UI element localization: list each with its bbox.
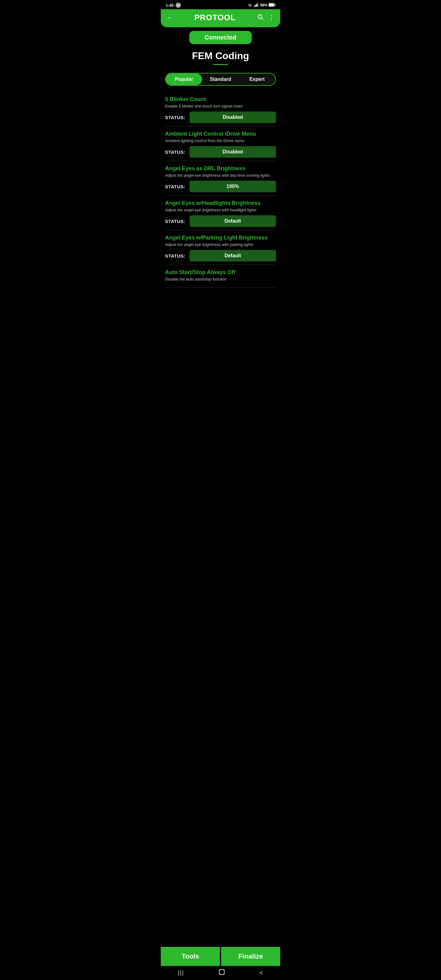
svg-rect-3: [257, 3, 258, 7]
item-title-angel-eyes-parking: Angel Eyes w/Parking Light Brightness: [165, 235, 276, 241]
coding-item-auto-start-stop: Auto Start/Stop Always Off Disable the a…: [165, 265, 276, 288]
page-title-underline: [213, 64, 228, 65]
svg-rect-7: [274, 4, 275, 5]
page-title: FEM Coding: [161, 50, 280, 62]
more-options-icon[interactable]: ⋮: [268, 14, 275, 22]
item-desc-angel-eyes-parking: Adjust the angel eye brightness with par…: [165, 242, 276, 247]
connected-badge-wrapper: Connected: [161, 31, 280, 44]
search-icon[interactable]: [257, 13, 264, 22]
top-nav: ← PROTOOL ⋮: [161, 9, 280, 27]
coding-item-angel-eyes-parking: Angel Eyes w/Parking Light Brightness Ad…: [165, 230, 276, 265]
item-desc-angel-eyes-drl: Adjust the angel eye brightness with day…: [165, 173, 276, 178]
status-value-blinker-count[interactable]: Disabled: [189, 111, 276, 123]
back-nav-icon[interactable]: <: [260, 969, 263, 976]
status-label-angel-eyes-parking: STATUS:: [165, 253, 186, 258]
status-bar: 1:45 69 98%: [161, 0, 280, 9]
item-desc-blinker-count: Enable 5 blinker one touch turn signal c…: [165, 104, 276, 108]
item-title-ambient-light: Ambient Light Control iDrive Menu: [165, 131, 276, 137]
status-row-blinker-count: STATUS: Disabled: [165, 111, 276, 123]
coding-item-ambient-light: Ambient Light Control iDrive Menu Ambien…: [165, 126, 276, 161]
status-row-ambient-light: STATUS: Disabled: [165, 146, 276, 158]
item-title-blinker-count: 5 Blinker Count: [165, 96, 276, 103]
svg-point-8: [258, 14, 262, 18]
status-value-angel-eyes-drl[interactable]: 100%: [189, 181, 276, 192]
app-title: PROTOOL: [194, 13, 236, 22]
status-bar-left: 1:45 69: [166, 2, 181, 8]
item-title-angel-eyes-drl: Angel Eyes as DRL Brightness: [165, 165, 276, 172]
connected-badge: Connected: [189, 31, 252, 44]
tab-expert[interactable]: Expert: [239, 73, 275, 85]
tools-button[interactable]: Tools: [161, 947, 220, 966]
status-label-ambient-light: STATUS:: [165, 150, 186, 155]
status-value-ambient-light[interactable]: Disabled: [189, 146, 276, 158]
status-bar-right: 98%: [247, 3, 275, 8]
item-title-angel-eyes-headlights: Angel Eyes w/Headlights Brightness: [165, 200, 276, 207]
tabs-container: Popular Standard Expert: [165, 73, 276, 86]
coding-item-angel-eyes-headlights: Angel Eyes w/Headlights Brightness Adjus…: [165, 196, 276, 230]
item-desc-auto-start-stop: Disable the auto start/stop function: [165, 277, 276, 282]
time-display: 1:45: [166, 3, 174, 8]
battery-display: 98%: [260, 3, 267, 7]
status-row-angel-eyes-headlights: STATUS: Default: [165, 215, 276, 227]
coding-item-blinker-count: 5 Blinker Count Enable 5 blinker one tou…: [165, 92, 276, 126]
bottom-nav: ||| <: [161, 966, 280, 980]
status-value-angel-eyes-parking[interactable]: Default: [189, 250, 276, 261]
status-label-blinker-count: STATUS:: [165, 115, 186, 120]
svg-rect-4: [258, 3, 258, 7]
svg-rect-10: [219, 970, 224, 975]
nav-icons: ⋮: [257, 13, 275, 22]
status-label-angel-eyes-drl: STATUS:: [165, 184, 186, 189]
wifi-icon: [247, 3, 253, 8]
notification-count: 69: [175, 2, 181, 8]
home-icon[interactable]: [218, 969, 225, 977]
bottom-buttons: Tools Finalize: [161, 947, 280, 966]
svg-rect-2: [256, 4, 256, 7]
item-title-auto-start-stop: Auto Start/Stop Always Off: [165, 269, 276, 275]
status-row-angel-eyes-parking: STATUS: Default: [165, 250, 276, 261]
finalize-button[interactable]: Finalize: [221, 947, 280, 966]
svg-rect-0: [254, 6, 255, 7]
svg-rect-1: [255, 5, 255, 7]
status-label-angel-eyes-headlights: STATUS:: [165, 219, 186, 224]
back-button[interactable]: ←: [166, 14, 173, 22]
coding-content: 5 Blinker Count Enable 5 blinker one tou…: [161, 89, 280, 325]
signal-icon: [254, 3, 259, 8]
item-desc-angel-eyes-headlights: Adjust the angel eye brightness with hea…: [165, 208, 276, 212]
tab-standard[interactable]: Standard: [202, 73, 239, 85]
battery-icon: [269, 3, 275, 8]
page-title-section: FEM Coding: [161, 44, 280, 68]
recent-apps-icon[interactable]: |||: [178, 970, 184, 976]
tab-popular[interactable]: Popular: [166, 73, 202, 85]
item-desc-ambient-light: Ambient lighting control from the iDrive…: [165, 138, 276, 143]
status-value-angel-eyes-headlights[interactable]: Default: [189, 215, 276, 227]
svg-line-9: [261, 18, 263, 20]
status-row-angel-eyes-drl: STATUS: 100%: [165, 181, 276, 192]
coding-item-angel-eyes-drl: Angel Eyes as DRL Brightness Adjust the …: [165, 161, 276, 196]
svg-rect-6: [269, 3, 274, 6]
